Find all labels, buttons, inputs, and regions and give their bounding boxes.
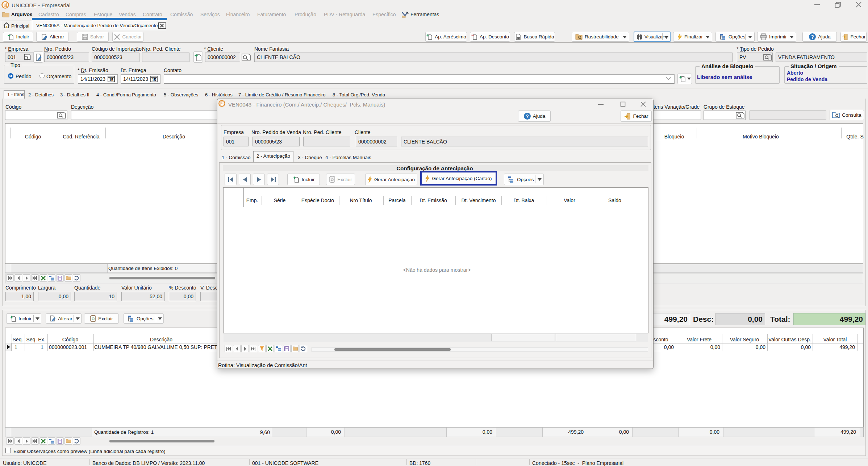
svg-text:?: ? xyxy=(811,34,814,40)
svg-text:?: ? xyxy=(526,113,529,119)
svg-text:15: 15 xyxy=(109,78,113,82)
svg-text:15: 15 xyxy=(152,78,156,82)
